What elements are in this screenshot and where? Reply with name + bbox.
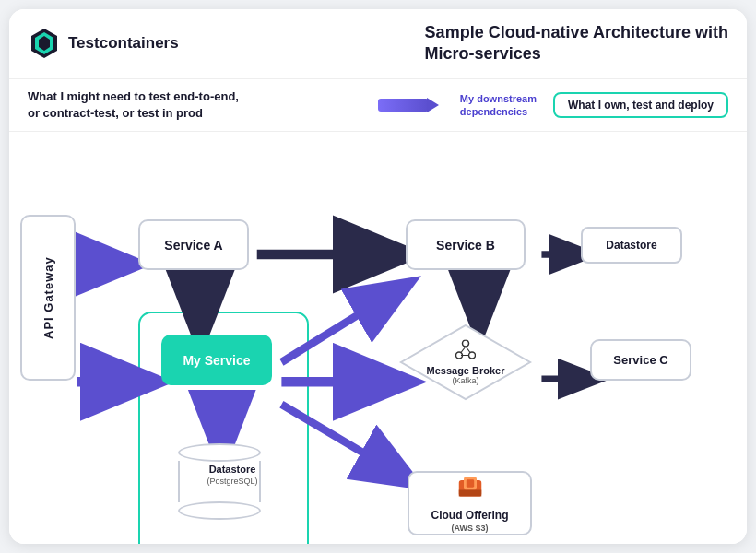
title: Sample Cloud-native Architecture with Mi… (425, 22, 728, 65)
kafka-icon (410, 340, 521, 363)
arrows-svg (9, 132, 747, 544)
main-card: Testcontainers Sample Cloud-native Archi… (9, 9, 747, 544)
logo: Testcontainers (28, 27, 179, 60)
service-b-node: Service B (406, 219, 526, 270)
legend-description: What I might need to test end-to-end,or … (28, 88, 239, 122)
cylinder-top (178, 443, 261, 462)
message-broker-label: Message Broker (410, 365, 521, 376)
header-title: Sample Cloud-native Architecture with Mi… (425, 22, 728, 65)
aws-icon (457, 474, 483, 505)
legend-items: My downstream dependencies What I own, t… (378, 92, 728, 119)
cylinder-bottom (178, 501, 261, 520)
legend-arrow-label: My downstream dependencies (460, 92, 537, 119)
my-service-node: My Service (161, 335, 272, 385)
diagram: API Gateway Service A Service B Datastor… (9, 132, 747, 544)
header: Testcontainers Sample Cloud-native Archi… (9, 9, 747, 79)
logo-text: Testcontainers (68, 34, 179, 53)
service-a-node: Service A (138, 219, 249, 270)
svg-point-15 (463, 340, 469, 347)
message-broker-content: Message Broker (Kafka) (410, 340, 521, 385)
legend-row: What I might need to test end-to-end,or … (9, 79, 747, 132)
cloud-sub: (AWS S3) (451, 524, 488, 533)
service-c-node: Service C (590, 339, 691, 381)
svg-rect-23 (466, 479, 473, 487)
svg-point-17 (469, 352, 476, 359)
svg-rect-24 (458, 490, 481, 497)
svg-line-19 (466, 347, 470, 353)
cylinder-body: Datastore (PostgreSQL) (178, 461, 261, 502)
logo-icon (28, 27, 61, 60)
message-broker-sub: (Kafka) (410, 376, 521, 385)
datastore-b-node: Datastore (581, 227, 682, 264)
message-broker-diamond: Message Broker (Kafka) (396, 321, 535, 404)
cloud-offering-node: Cloud Offering (AWS S3) (408, 471, 532, 535)
legend-badge: What I own, test and deploy (553, 92, 728, 118)
datastore-pg-node: Datastore (PostgreSQL) (166, 443, 272, 520)
cylinder-label: Datastore (PostgreSQL) (180, 464, 286, 486)
svg-line-18 (461, 347, 466, 353)
cloud-label: Cloud Offering (431, 509, 509, 522)
legend-arrow: My downstream dependencies (378, 92, 537, 119)
api-gateway-node: API Gateway (20, 215, 76, 381)
